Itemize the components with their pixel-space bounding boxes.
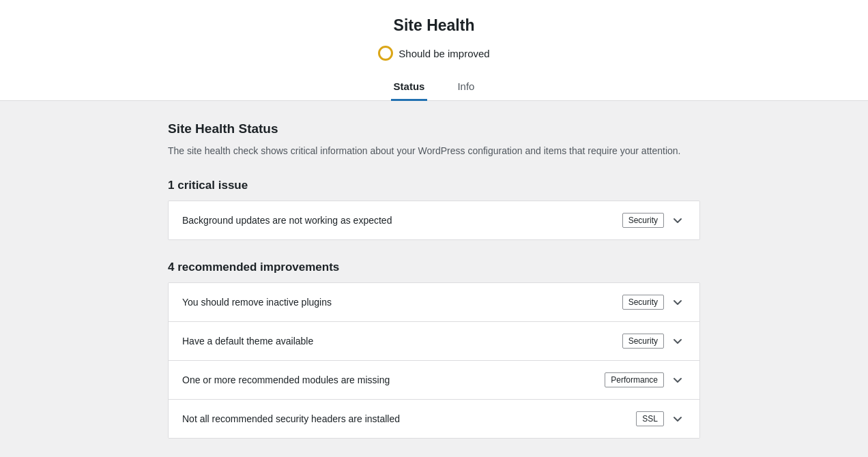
badge-security: Security <box>622 213 664 228</box>
table-row: You should remove inactive plugins Secur… <box>169 283 699 322</box>
issue-label: You should remove inactive plugins <box>182 297 332 308</box>
header: Site Health Should be improved Status In… <box>0 0 868 101</box>
chevron-down-icon[interactable] <box>669 333 686 349</box>
recommended-heading: 4 recommended improvements <box>168 261 700 274</box>
chevron-down-icon[interactable] <box>669 294 686 310</box>
recommended-issues-group: You should remove inactive plugins Secur… <box>168 282 700 439</box>
issue-label: Not all recommended security headers are… <box>182 413 400 424</box>
table-row: Not all recommended security headers are… <box>169 400 699 438</box>
badge-security: Security <box>622 334 664 349</box>
section-description: The site health check shows critical inf… <box>168 143 700 158</box>
chevron-down-icon[interactable] <box>669 372 686 388</box>
badge-performance: Performance <box>605 372 664 387</box>
section-title: Site Health Status <box>168 121 700 136</box>
page-title: Site Health <box>0 16 868 35</box>
issue-meta: Security <box>622 212 686 228</box>
table-row: Background updates are not working as ex… <box>169 201 699 239</box>
main-content: Site Health Status The site health check… <box>154 101 714 457</box>
chevron-down-icon[interactable] <box>669 411 686 427</box>
critical-issues-group: Background updates are not working as ex… <box>168 201 700 240</box>
badge-ssl: SSL <box>636 411 664 426</box>
status-circle-icon <box>378 46 393 61</box>
issue-meta: SSL <box>636 411 686 427</box>
tab-info[interactable]: Info <box>454 75 477 101</box>
table-row: Have a default theme available Security <box>169 322 699 361</box>
issue-label: Background updates are not working as ex… <box>182 215 392 226</box>
chevron-down-icon[interactable] <box>669 212 686 228</box>
status-label: Should be improved <box>399 48 489 59</box>
table-row: One or more recommended modules are miss… <box>169 361 699 400</box>
issue-meta: Performance <box>605 372 686 388</box>
issue-meta: Security <box>622 333 686 349</box>
issue-label: Have a default theme available <box>182 336 313 347</box>
badge-security: Security <box>622 295 664 310</box>
critical-issues-heading: 1 critical issue <box>168 179 700 192</box>
status-indicator: Should be improved <box>378 46 489 61</box>
issue-meta: Security <box>622 294 686 310</box>
tab-status[interactable]: Status <box>391 75 428 101</box>
tabs-nav: Status Info <box>0 74 868 100</box>
issue-label: One or more recommended modules are miss… <box>182 374 390 385</box>
